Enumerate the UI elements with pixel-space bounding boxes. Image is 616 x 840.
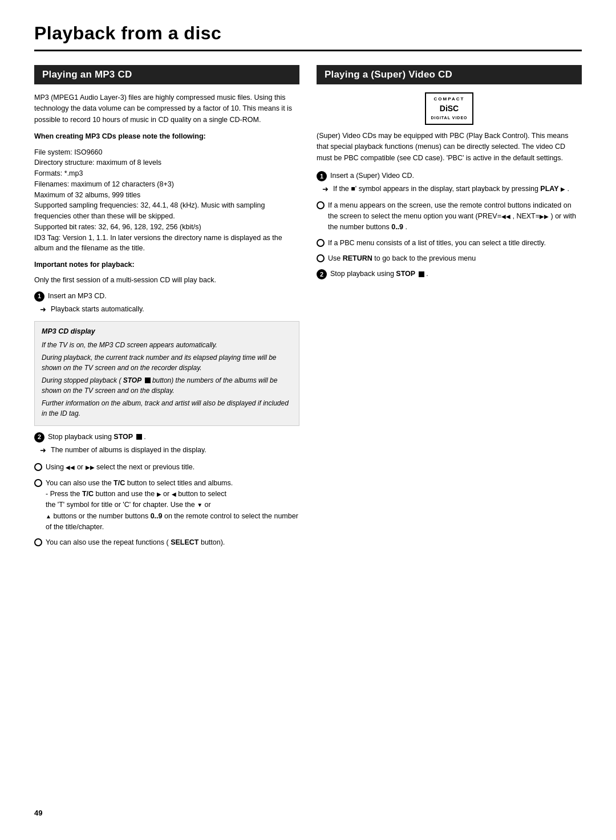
spec-item: ID3 Tag: Version 1, 1.1. In later versio… <box>34 233 299 254</box>
svcd-intro: (Super) Video CDs may be equipped with P… <box>317 131 582 164</box>
bullet-1: Using or select the next or previous tit… <box>34 462 299 473</box>
spec-item: Maximum of 32 albums, 999 titles <box>34 190 299 201</box>
spec-item: File system: ISO9660 <box>34 147 299 158</box>
disc-logo-box: COMPACT DiSC DIGITAL VIDEO <box>425 92 473 125</box>
svcd-step-1-text: Insert a (Super) Video CD. <box>330 171 582 181</box>
digital-video-label: DIGITAL VIDEO <box>431 115 467 121</box>
page-number: 49 <box>34 809 42 817</box>
mp3-display-note-box: MP3 CD display If the TV is on, the MP3 … <box>34 321 299 425</box>
right-tri-icon <box>157 490 161 498</box>
bullet-2-icon <box>34 479 42 487</box>
spec-item: Filenames: maximum of 12 characters (8+3… <box>34 179 299 190</box>
arrow-icon: ➜ <box>40 304 46 315</box>
spec-item: Supported sampling frequencies: 32, 44.1… <box>34 200 299 222</box>
bullet-1-icon <box>34 463 42 471</box>
svcd-bullet-1-text: If the ■' symbol appears in the display,… <box>333 184 582 194</box>
svcd-stop-icon <box>419 271 424 277</box>
step-2: 2 Stop playback using STOP . <box>34 432 299 443</box>
stop-icon <box>145 378 151 383</box>
svcd-bullet-2-text: If a menu appears on the screen, use the… <box>328 200 582 233</box>
bullet-2-text: You can also use the T/C button to selec… <box>46 478 299 533</box>
mp3-section-body: MP3 (MPEG1 Audio Layer-3) files are high… <box>34 92 299 549</box>
stop-icon-2 <box>136 434 142 440</box>
compact-label: COMPACT <box>431 96 467 103</box>
bullet-1-text: Using or select the next or previous tit… <box>46 462 299 473</box>
spec-item: Formats: *.mp3 <box>34 168 299 179</box>
svcd-step-1-number: 1 <box>317 171 327 181</box>
svcd-bullet-2: If a menu appears on the screen, use the… <box>317 200 582 233</box>
arrow-icon-2: ➜ <box>40 445 46 456</box>
next-icon-2 <box>540 212 549 220</box>
two-column-layout: Playing an MP3 CD MP3 (MPEG1 Audio Layer… <box>34 65 582 551</box>
svcd-step-1: 1 Insert a (Super) Video CD. <box>317 171 582 181</box>
play-tri-icon <box>561 185 565 193</box>
step-1-text: Insert an MP3 CD. <box>48 291 299 302</box>
important-heading: Important notes for playback: <box>34 259 299 270</box>
bullet-3-text: You can also use the repeat functions ( … <box>46 537 299 548</box>
step-2-sub: ➜ The number of albums is displayed in t… <box>40 445 299 456</box>
svcd-bullet-2-icon <box>317 201 325 209</box>
svcd-bullet-4-icon <box>317 254 325 262</box>
svcd-bullet-3-icon <box>317 239 325 247</box>
bullet-3: You can also use the repeat functions ( … <box>34 537 299 548</box>
disc-label: DiSC <box>431 103 467 115</box>
svcd-step-2-text: Stop playback using STOP . <box>330 269 582 279</box>
note-line-3: During stopped playback ( STOP button) t… <box>42 375 292 396</box>
next-icon <box>86 463 95 471</box>
svcd-step-2: 2 Stop playback using STOP . <box>317 269 582 279</box>
step-2-text: Stop playback using STOP . <box>48 432 299 443</box>
button-to-select: button to select <box>178 490 226 498</box>
note-line-1: If the TV is on, the MP3 CD screen appea… <box>42 340 292 350</box>
svcd-bullet-4: Use RETURN to go back to the previous me… <box>317 253 582 264</box>
bullet-3-icon <box>34 538 42 546</box>
note-line-2: During playback, the current track numbe… <box>42 352 292 373</box>
left-tri-icon <box>172 490 176 498</box>
important-text: Only the first session of a multi-sessio… <box>34 275 299 286</box>
step-2-number: 2 <box>34 432 44 443</box>
prev-icon <box>66 463 75 471</box>
step-1-sub-text: Playback starts automatically. <box>51 304 299 315</box>
mp3-intro: MP3 (MPEG1 Audio Layer-3) files are high… <box>34 92 299 125</box>
mp3-section-header: Playing an MP3 CD <box>34 65 299 84</box>
left-column: Playing an MP3 CD MP3 (MPEG1 Audio Layer… <box>34 65 299 551</box>
svcd-bullet-3-text: If a PBC menu consists of a list of titl… <box>328 238 582 249</box>
step-2-sub-text: The number of albums is displayed in the… <box>51 445 299 456</box>
creating-heading: When creating MP3 CDs please note the fo… <box>34 131 299 142</box>
svcd-section-header: Playing a (Super) Video CD <box>317 65 582 84</box>
svcd-bullet-4-text: Use RETURN to go back to the previous me… <box>328 253 582 264</box>
spec-item: Directory structure: maximum of 8 levels <box>34 157 299 168</box>
svcd-section-body: COMPACT DiSC DIGITAL VIDEO (Super) Video… <box>317 92 582 280</box>
right-column: Playing a (Super) Video CD COMPACT DiSC … <box>317 65 582 282</box>
step-1-number: 1 <box>34 291 44 302</box>
svcd-arrow-1: ➜ <box>322 184 329 195</box>
note-line-4: Further information on the album, track … <box>42 398 292 419</box>
spec-item: Supported bit rates: 32, 64, 96, 128, 19… <box>34 222 299 233</box>
up-arrow-icon <box>46 512 51 520</box>
page-title: Playback from a disc <box>34 23 582 44</box>
prev-icon-2 <box>501 212 510 220</box>
svcd-step-2-number: 2 <box>317 269 327 279</box>
title-divider <box>34 50 582 51</box>
bullet-2: You can also use the T/C button to selec… <box>34 478 299 533</box>
step-1: 1 Insert an MP3 CD. <box>34 291 299 302</box>
down-arrow-icon <box>197 501 202 509</box>
svcd-bullet-1: ➜ If the ■' symbol appears in the displa… <box>322 184 582 195</box>
step-1-sub: ➜ Playback starts automatically. <box>40 304 299 315</box>
disc-logo: COMPACT DiSC DIGITAL VIDEO <box>317 92 582 125</box>
svcd-bullet-3: If a PBC menu consists of a list of titl… <box>317 238 582 249</box>
note-box-title: MP3 CD display <box>42 326 292 337</box>
spec-list: File system: ISO9660 Directory structure… <box>34 147 299 254</box>
